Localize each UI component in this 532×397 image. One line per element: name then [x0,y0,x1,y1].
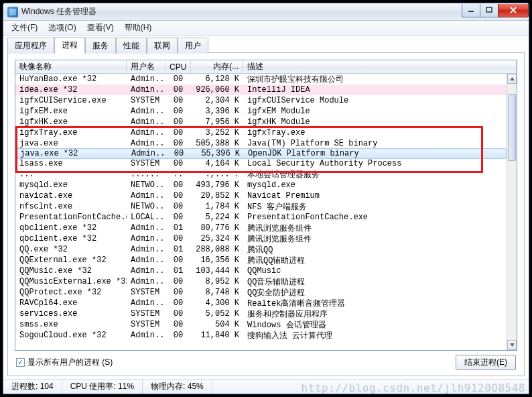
cell-desc: QQ安全防护进程 [243,287,507,298]
cell-name: igfxEM.exe [15,107,127,116]
cell-user: SYSTEM [127,309,165,319]
tab-applications[interactable]: 应用程序 [7,38,54,54]
cell-cpu: 00 [165,234,191,243]
vertical-scrollbar[interactable] [507,74,517,350]
tab-processes[interactable]: 进程 [54,37,85,54]
scroll-up-button[interactable] [507,74,517,84]
table-row[interactable]: SogouCloud.exe *32Admin...0011,840 K搜狗输入… [15,330,507,341]
cell-mem: 7,956 K [191,117,243,127]
table-row[interactable]: QQMusic.exe *32Admin...01103,444 KQQMusi… [15,266,507,276]
window-title: Windows 任务管理器 [21,6,462,17]
scroll-down-button[interactable] [507,340,517,350]
col-cpu[interactable]: CPU [165,61,191,73]
table-row[interactable]: igfxCUIService.exeSYSTEM002,304 KigfxCUI… [15,95,507,106]
cell-name: qbclient.exe *32 [15,223,127,233]
maximize-button[interactable] [480,4,498,17]
table-row[interactable]: QQ.exe *32Admin...01288,088 K腾讯QQ [15,244,507,255]
menu-view[interactable]: 查看(V) [82,21,119,35]
tab-users[interactable]: 用户 [178,38,208,54]
close-button[interactable] [498,4,529,17]
table-row[interactable]: smss.exeSYSTEM00504 KWindows 会话管理器 [15,319,507,330]
tab-networking[interactable]: 联网 [147,38,178,54]
cell-desc: igfxTray.exe [243,128,507,137]
cell-user: Admin... [127,245,165,254]
cell-cpu: 00 [165,331,191,340]
table-row[interactable]: QQExternal.exe *32Admin...0016,356 K腾讯QQ… [15,255,507,266]
minimize-button[interactable] [462,4,480,17]
col-user[interactable]: 用户名 [127,60,165,74]
cell-desc: igfxEM Module [243,107,507,116]
table-row[interactable]: igfxTray.exeAdmin...003,252 KigfxTray.ex… [15,127,507,138]
cell-user: ...... [127,170,165,179]
cell-mem: 504 K [191,320,243,329]
table-row[interactable]: java.exe *32Admin...0055,396 KOpenJDK Pl… [15,148,507,159]
cell-user: Admin... [127,139,165,148]
table-row[interactable]: ............,... .本地会话管理器服务 [15,169,507,180]
table-row[interactable]: HuYanBao.exe *32Admin...006,128 K深圳市护眼宝科… [15,74,507,84]
cell-name: QQMusicExternal.exe *32 [15,277,127,286]
cell-desc: IntelliJ IDEA [243,85,507,95]
cell-cpu: 00 [165,180,191,190]
col-description[interactable]: 描述 [243,60,517,74]
menu-file[interactable]: 文件(F) [6,21,43,35]
titlebar[interactable]: Windows 任务管理器 [3,3,529,21]
list-header: 映像名称 用户名 CPU 内存(... 描述 [15,60,517,74]
tab-services[interactable]: 服务 [85,38,116,54]
table-row[interactable]: lsass.exeSYSTEM004,164 KLocal Security A… [15,158,507,169]
status-bar: 进程数: 104 CPU 使用率: 11% 物理内存: 45% [3,379,529,394]
table-row[interactable]: idea.exe *32Admin...00926,060 KIntelliJ … [15,84,507,95]
cell-cpu: 01 [165,245,191,254]
app-icon [7,7,18,17]
table-row[interactable]: QQProtect.exe *32SYSTEM008,748 KQQ安全防护进程 [15,287,507,298]
col-memory[interactable]: 内存(... [191,60,243,74]
cell-user: Admin... [127,331,165,340]
table-row[interactable]: igfxEM.exeAdmin...003,396 KigfxEM Module [15,106,507,117]
cell-desc: igfxHK Module [243,117,507,127]
cell-desc: Windows 会话管理器 [243,319,507,331]
cell-name: smss.exe [15,320,127,329]
table-row[interactable]: PresentationFontCache.exeLOCAL...005,224… [15,212,507,223]
cell-mem: 3,396 K [191,107,243,116]
checkbox-icon: ✓ [16,358,25,367]
cell-cpu: 00 [165,74,191,84]
cell-desc: 腾讯浏览服务组件 [243,233,507,245]
cell-mem: 4,164 K [191,159,243,168]
cell-desc: 深圳市护眼宝科技有限公司 [243,74,507,85]
cell-desc: QQMusic [243,266,507,276]
table-row[interactable]: java.exeAdmin...00505,388 KJava(TM) Plat… [15,138,507,149]
col-image-name[interactable]: 映像名称 [15,60,127,74]
menu-help[interactable]: 帮助(H) [119,21,157,35]
table-row[interactable]: qbclient.exe *32Admin...0180,776 K腾讯浏览服务… [15,223,507,233]
tab-performance[interactable]: 性能 [116,38,147,54]
cell-user: Admin... [127,117,165,127]
cell-desc: OpenJDK Platform binary [244,149,506,158]
scroll-thumb[interactable] [508,94,516,161]
cell-cpu: 00 [165,309,191,319]
cell-name: mysqld.exe [15,180,127,190]
svg-marker-5 [510,343,515,347]
cell-desc: 本地会话管理器服务 [243,169,507,180]
cell-desc: PresentationFontCache.exe [243,213,507,222]
cell-cpu: 01 [165,223,191,233]
menu-options[interactable]: 选项(O) [43,21,81,35]
cell-name: java.exe *32 [16,149,127,158]
show-all-users-checkbox[interactable]: ✓ 显示所有用户的进程 (S) [16,357,113,368]
end-process-button[interactable]: 结束进程(E) [456,355,516,370]
table-row[interactable]: QQMusicExternal.exe *32Admin...008,952 K… [15,276,507,287]
table-row[interactable]: nfsclnt.exeNETWO...001,784 KNFS 客户端服务 [15,201,507,212]
cell-cpu: 00 [165,320,191,329]
tabs: 应用程序 进程 服务 性能 联网 用户 [7,38,525,53]
table-row[interactable]: RAVCpl64.exeAdmin...004,300 KRealtek高清晰音… [15,298,507,308]
table-row[interactable]: qbclient.exe *32Admin...0025,324 K腾讯浏览服务… [15,233,507,244]
process-list: 映像名称 用户名 CPU 内存(... 描述 HuYanBao.exe *32A… [15,60,517,351]
cell-mem: 3,252 K [191,128,243,137]
cell-cpu: 00 [165,159,191,168]
cell-name: lsass.exe [15,159,127,168]
list-body[interactable]: HuYanBao.exe *32Admin...006,128 K深圳市护眼宝科… [15,74,507,350]
table-row[interactable]: mysqld.exeNETWO...00493,796 Kmysqld.exe [15,180,507,190]
cell-desc: Local Security Authority Process [243,159,507,168]
table-row[interactable]: navicat.exeAdmin...0020,852 KNavicat Pre… [15,190,507,201]
table-row[interactable]: services.exeSYSTEM005,052 K服务和控制器应用程序 [15,308,507,319]
table-row[interactable]: igfxHK.exeAdmin...007,956 KigfxHK Module [15,117,507,127]
cell-mem: 505,388 K [191,139,243,148]
